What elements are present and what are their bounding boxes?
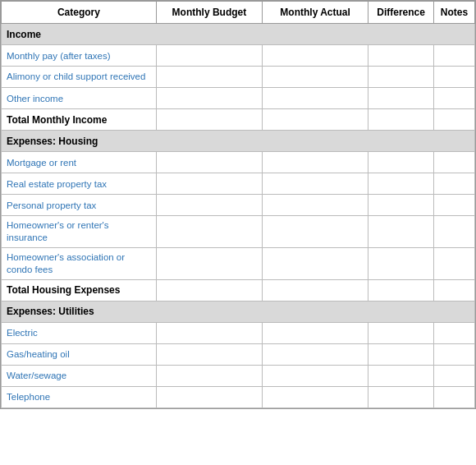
data-cell[interactable] [156,152,262,173]
data-cell[interactable] [368,195,434,216]
data-cell[interactable] [434,67,475,88]
table-row: Gas/heating oil [2,343,475,365]
data-cell[interactable] [156,195,262,216]
total-cell[interactable] [368,109,434,131]
total-label: Total Housing Expenses [2,279,157,301]
data-cell[interactable] [368,88,434,109]
row-label: Water/sewage [2,365,157,386]
data-cell[interactable] [434,152,475,173]
total-cell[interactable] [156,109,262,131]
data-cell[interactable] [263,67,368,88]
total-row: Total Housing Expenses [2,279,475,301]
data-cell[interactable] [263,45,368,67]
row-label: Real estate property tax [2,173,157,195]
header-notes: Notes [434,2,475,24]
row-label: Monthly pay (after taxes) [2,45,157,67]
table-row: Monthly pay (after taxes) [2,45,475,67]
row-label: Other income [2,88,157,109]
table-header-row: Category Monthly Budget Monthly Actual D… [2,2,475,24]
table-row: Mortgage or rent [2,152,475,173]
data-cell[interactable] [434,88,475,109]
table-row: Real estate property tax [2,173,475,195]
data-cell[interactable] [368,343,434,365]
data-cell[interactable] [263,152,368,173]
data-cell[interactable] [434,173,475,195]
table-row: Water/sewage [2,365,475,386]
total-cell[interactable] [263,109,368,131]
data-cell[interactable] [368,173,434,195]
row-label: Mortgage or rent [2,152,157,173]
section-header-row: Income [2,24,475,45]
data-cell[interactable] [368,45,434,67]
data-cell[interactable] [434,386,475,407]
data-cell[interactable] [156,322,262,343]
table-row: Homeowner's or renter's insurance [2,216,475,248]
data-cell[interactable] [368,216,434,248]
data-cell[interactable] [263,386,368,407]
data-cell[interactable] [156,365,262,386]
table-row: Alimony or child support received [2,67,475,88]
table-row: Other income [2,88,475,109]
total-label: Total Monthly Income [2,109,157,131]
row-label: Personal property tax [2,195,157,216]
total-cell[interactable] [263,279,368,301]
table-row: Telephone [2,386,475,407]
header-category: Category [2,2,157,24]
data-cell[interactable] [263,173,368,195]
table-row: Homeowner's association or condo fees [2,247,475,279]
total-cell[interactable] [434,109,475,131]
section-header-label: Income [2,24,475,45]
data-cell[interactable] [156,45,262,67]
data-cell[interactable] [368,67,434,88]
data-cell[interactable] [156,247,262,279]
data-cell[interactable] [263,322,368,343]
data-cell[interactable] [156,173,262,195]
header-monthly-budget: Monthly Budget [156,2,262,24]
data-cell[interactable] [263,88,368,109]
data-cell[interactable] [368,322,434,343]
total-cell[interactable] [434,279,475,301]
data-cell[interactable] [263,247,368,279]
data-cell[interactable] [156,216,262,248]
header-monthly-actual: Monthly Actual [263,2,368,24]
data-cell[interactable] [156,343,262,365]
header-difference: Difference [368,2,434,24]
row-label: Homeowner's or renter's insurance [2,216,157,248]
data-cell[interactable] [263,365,368,386]
data-cell[interactable] [368,247,434,279]
section-header-label: Expenses: Utilities [2,301,475,322]
data-cell[interactable] [263,195,368,216]
data-cell[interactable] [156,67,262,88]
data-cell[interactable] [156,386,262,407]
section-header-row: Expenses: Housing [2,131,475,152]
row-label: Electric [2,322,157,343]
data-cell[interactable] [434,216,475,248]
data-cell[interactable] [434,322,475,343]
data-cell[interactable] [263,343,368,365]
data-cell[interactable] [434,195,475,216]
section-header-row: Expenses: Utilities [2,301,475,322]
row-label: Alimony or child support received [2,67,157,88]
data-cell[interactable] [263,216,368,248]
data-cell[interactable] [434,45,475,67]
table-row: Personal property tax [2,195,475,216]
row-label: Telephone [2,386,157,407]
total-row: Total Monthly Income [2,109,475,131]
data-cell[interactable] [434,247,475,279]
data-cell[interactable] [368,152,434,173]
data-cell[interactable] [156,88,262,109]
row-label: Gas/heating oil [2,343,157,365]
data-cell[interactable] [368,386,434,407]
data-cell[interactable] [434,365,475,386]
table-row: Electric [2,322,475,343]
budget-table-container: Category Monthly Budget Monthly Actual D… [0,0,476,409]
total-cell[interactable] [156,279,262,301]
total-cell[interactable] [368,279,434,301]
budget-table: Category Monthly Budget Monthly Actual D… [1,1,475,408]
section-header-label: Expenses: Housing [2,131,475,152]
data-cell[interactable] [368,365,434,386]
data-cell[interactable] [434,343,475,365]
row-label: Homeowner's association or condo fees [2,247,157,279]
